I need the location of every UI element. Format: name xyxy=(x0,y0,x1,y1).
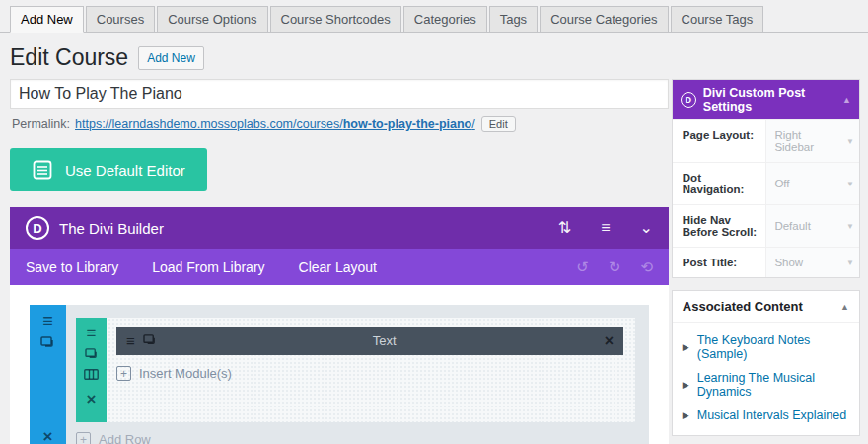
load-from-library-link[interactable]: Load From Library xyxy=(152,259,264,275)
divi-post-settings-title: Divi Custom Post Settings xyxy=(703,86,842,113)
associated-content-link[interactable]: Learning The Musical Dynamics xyxy=(697,371,849,399)
tab-course-shortcodes[interactable]: Course Shortcodes xyxy=(270,6,401,32)
text-module-header[interactable]: ≡ Text × xyxy=(116,327,623,355)
associated-content-link[interactable]: The Keyboard Notes (Sample) xyxy=(697,333,849,361)
tab-categories[interactable]: Categories xyxy=(403,6,487,32)
tab-courses[interactable]: Courses xyxy=(86,6,155,32)
row-controls: ≡ × xyxy=(76,318,107,422)
dot-navigation-select[interactable]: Off ▼ xyxy=(765,163,859,204)
section-inner: ≡ × ≡ xyxy=(66,305,649,444)
permalink-row: Permalink: https://learndashdemo.mossopl… xyxy=(12,116,669,132)
setting-row-dot-navigation: Dot Navigation: Off ▼ xyxy=(673,162,859,204)
course-title-input[interactable] xyxy=(10,79,669,109)
setting-row-page-layout: Page Layout: Right Sidebar ▼ xyxy=(673,119,859,162)
undo-icon[interactable]: ↺ xyxy=(576,259,589,276)
clear-layout-link[interactable]: Clear Layout xyxy=(299,259,377,275)
divi-builder-header: D The Divi Builder ⇅ ≡ ⌄ xyxy=(10,207,669,249)
sidebar: D Divi Custom Post Settings ▲ Page Layou… xyxy=(672,79,860,444)
redo-icon[interactable]: ↻ xyxy=(609,259,621,276)
caret-down-icon: ▼ xyxy=(846,259,854,267)
page-header: Edit Course Add New xyxy=(10,44,868,71)
section-block: ≡ × ≡ xyxy=(30,305,649,444)
tab-course-categories[interactable]: Course Categories xyxy=(540,6,668,32)
row-columns-icon[interactable] xyxy=(84,369,99,382)
selected-value: Off xyxy=(774,178,789,189)
hide-nav-select[interactable]: Default ▼ xyxy=(765,205,859,247)
row-duplicate-icon[interactable] xyxy=(85,348,99,362)
permalink-prefix: https://learndashdemo.mossoplabs.com/cou… xyxy=(75,117,343,131)
editor-icon xyxy=(32,159,53,181)
divi-builder-panel: D The Divi Builder ⇅ ≡ ⌄ Save to Library… xyxy=(10,207,669,444)
tab-course-options[interactable]: Course Options xyxy=(157,6,267,32)
setting-label: Hide Nav Before Scroll: xyxy=(673,205,766,247)
associated-content-title: Associated Content xyxy=(683,299,803,314)
collapse-panel-icon[interactable]: ▲ xyxy=(842,95,851,105)
triangle-right-icon[interactable]: ▶ xyxy=(683,342,689,352)
row-inner: ≡ Text × + Insert Module(s) xyxy=(107,318,635,422)
module-duplicate-icon[interactable] xyxy=(143,333,157,348)
associated-content-header[interactable]: Associated Content ▲ xyxy=(673,291,859,323)
add-row-label: Add Row xyxy=(99,432,151,444)
tab-course-tags[interactable]: Course Tags xyxy=(671,6,764,32)
collapse-builder-icon[interactable]: ⌄ xyxy=(640,220,653,236)
caret-down-icon: ▼ xyxy=(846,222,854,231)
divi-post-settings-panel: D Divi Custom Post Settings ▲ Page Layou… xyxy=(672,79,860,278)
selected-value: Show xyxy=(774,257,803,268)
reorder-sections-icon[interactable]: ⇅ xyxy=(558,220,571,236)
divi-builder-title: The Divi Builder xyxy=(59,220,164,237)
page-title: Edit Course xyxy=(10,44,128,71)
list-item: ▶ The Keyboard Notes (Sample) xyxy=(673,329,859,366)
associated-content-link[interactable]: Musical Intervals Explained xyxy=(697,408,846,422)
permalink-suffix: / xyxy=(471,117,474,131)
row-settings-icon[interactable]: ≡ xyxy=(87,325,97,341)
section-delete-icon[interactable]: × xyxy=(43,427,53,444)
list-item: ▶ Musical Intervals Explained xyxy=(673,404,859,427)
history-icon[interactable]: ⟲ xyxy=(640,259,653,276)
row-delete-icon[interactable]: × xyxy=(87,391,97,407)
permalink-label: Permalink: xyxy=(12,117,70,131)
tab-tags[interactable]: Tags xyxy=(489,6,538,32)
permalink-edit-button[interactable]: Edit xyxy=(481,116,516,132)
collapse-panel-icon[interactable]: ▲ xyxy=(840,302,849,312)
permalink-slug: how-to-play-the-piano xyxy=(343,117,472,131)
page-layout-select[interactable]: Right Sidebar ▼ xyxy=(765,120,859,162)
save-to-library-link[interactable]: Save to Library xyxy=(26,259,118,275)
divi-builder-toolbar: Save to Library Load From Library Clear … xyxy=(10,249,669,285)
nav-tab-bar: Add NewCoursesCourse OptionsCourse Short… xyxy=(0,0,868,33)
selected-value: Right Sidebar xyxy=(774,129,843,153)
add-row-button[interactable]: + Add Row xyxy=(76,432,635,444)
caret-down-icon: ▼ xyxy=(846,137,854,146)
plus-icon: + xyxy=(116,366,131,381)
caret-down-icon: ▼ xyxy=(846,180,854,188)
divi-logo-icon: D xyxy=(681,92,696,108)
triangle-right-icon[interactable]: ▶ xyxy=(683,410,689,420)
triangle-right-icon[interactable]: ▶ xyxy=(683,380,689,390)
setting-row-post-title: Post Title: Show ▼ xyxy=(673,247,859,277)
use-default-editor-button[interactable]: Use Default Editor xyxy=(10,148,207,191)
divi-logo-icon: D xyxy=(26,216,49,240)
insert-module-button[interactable]: + Insert Module(s) xyxy=(116,366,623,381)
section-duplicate-icon[interactable] xyxy=(40,336,55,351)
post-title-select[interactable]: Show ▼ xyxy=(765,248,859,277)
insert-module-label: Insert Module(s) xyxy=(139,366,232,381)
module-title: Text xyxy=(165,333,605,348)
section-controls: ≡ × xyxy=(30,305,66,444)
plus-icon: + xyxy=(76,432,91,444)
setting-row-hide-nav: Hide Nav Before Scroll: Default ▼ xyxy=(673,204,859,247)
setting-label: Post Title: xyxy=(673,248,766,277)
list-item: ▶ Learning The Musical Dynamics xyxy=(673,366,859,404)
row-block: ≡ × ≡ xyxy=(76,318,635,422)
divi-post-settings-header[interactable]: D Divi Custom Post Settings ▲ xyxy=(673,80,859,119)
divi-builder-body: ≡ × ≡ xyxy=(10,285,669,444)
section-settings-icon[interactable]: ≡ xyxy=(42,312,53,330)
builder-settings-icon[interactable]: ≡ xyxy=(601,220,610,236)
permalink-link[interactable]: https://learndashdemo.mossoplabs.com/cou… xyxy=(75,117,475,131)
use-default-editor-label: Use Default Editor xyxy=(65,162,185,179)
selected-value: Default xyxy=(774,220,810,232)
module-delete-icon[interactable]: × xyxy=(605,333,614,350)
module-settings-icon[interactable]: ≡ xyxy=(126,333,135,348)
setting-label: Page Layout: xyxy=(673,120,766,162)
add-new-button[interactable]: Add New xyxy=(138,46,204,70)
tab-add-new[interactable]: Add New xyxy=(10,6,84,33)
main-column: Permalink: https://learndashdemo.mossopl… xyxy=(10,79,669,444)
